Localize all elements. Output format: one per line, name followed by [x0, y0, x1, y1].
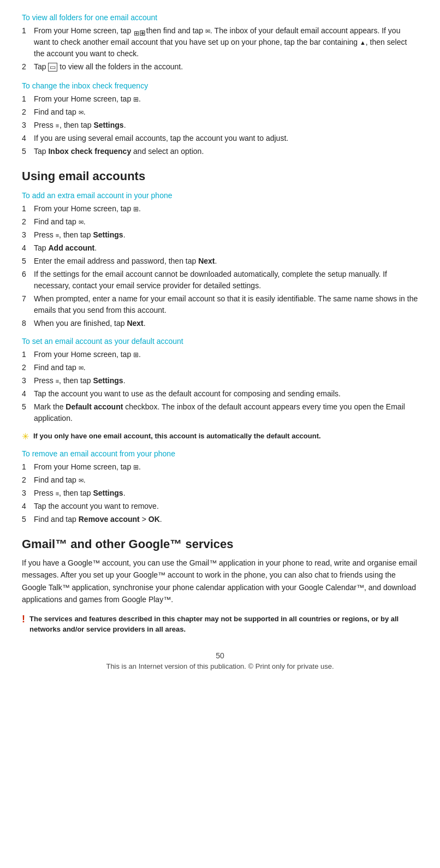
default-account-steps: 1 From your Home screen, tap ⊞. 2 Find a… — [22, 349, 418, 424]
envelope-icon: ✉ — [79, 109, 84, 116]
section-remove-account: To remove an email account from your pho… — [22, 449, 418, 525]
step-num: 2 — [22, 61, 34, 73]
list-item: 1 From your Home screen, tap ⊞. — [22, 93, 418, 105]
list-item: 1 From your Home screen, tap ⊞, then fin… — [22, 25, 418, 60]
note-text: The services and features described in t… — [29, 614, 418, 635]
step-num: 1 — [22, 25, 34, 37]
inbox-check-freq-label: Inbox check frequency — [48, 147, 131, 156]
step-num: 2 — [22, 474, 34, 486]
section-remove-account-heading: To remove an email account from your pho… — [22, 449, 418, 458]
step-content: If you are using several email accounts,… — [34, 133, 418, 144]
step-num: 8 — [22, 318, 34, 329]
list-item: 2 Find and tap ✉. — [22, 216, 418, 228]
step-num: 3 — [22, 229, 34, 241]
grid-icon: ⊞ — [133, 96, 139, 103]
step-content: Find and tap Remove account > OK. — [34, 514, 418, 525]
envelope-icon: ✉ — [205, 28, 210, 34]
grid-icon: ⊞ — [133, 463, 139, 471]
list-item: 3 Press ≡, then tap Settings. — [22, 487, 418, 499]
envelope-icon: ✉ — [79, 365, 84, 371]
tip-text: If you only have one email account, this… — [33, 431, 321, 442]
list-item: 1 From your Home screen, tap ⊞. — [22, 461, 418, 473]
folder-icon: ▭ — [48, 63, 57, 72]
section-view-folders-heading: To view all folders for one email accoun… — [22, 13, 418, 22]
page-footer: 50 This is an Internet version of this p… — [22, 651, 418, 670]
step-num: 2 — [22, 362, 34, 373]
step-num: 3 — [22, 375, 34, 387]
list-item: 1 From your Home screen, tap ⊞. — [22, 203, 418, 215]
step-content: Tap the account you want to remove. — [34, 501, 418, 512]
step-content: Tap Add account. — [34, 242, 418, 254]
step-content: Tap the account you want to use as the d… — [34, 388, 418, 400]
step-content: Find and tap ✉. — [34, 106, 418, 118]
step-num: 3 — [22, 120, 34, 131]
list-item: 5 Mark the Default account checkbox. The… — [22, 401, 418, 424]
step-num: 1 — [22, 203, 34, 215]
step-content: Press ≡, then tap Settings. — [34, 375, 418, 387]
step-num: 4 — [22, 388, 34, 400]
grid-icon: ⊞ — [133, 205, 139, 213]
step-content: From your Home screen, tap ⊞. — [34, 93, 418, 105]
menu-icon: ≡ — [56, 378, 59, 384]
add-account-steps: 1 From your Home screen, tap ⊞. 2 Find a… — [22, 203, 418, 329]
step-content: Tap ▭ to view all the folders in the acc… — [34, 61, 418, 73]
list-item: 5 Tap Inbox check frequency and select a… — [22, 146, 418, 157]
step-content: If the settings for the email account ca… — [34, 269, 418, 292]
step-content: Find and tap ✉. — [34, 474, 418, 486]
step-content: Find and tap ✉. — [34, 216, 418, 228]
step-content: When you are finished, tap Next. — [34, 318, 418, 329]
step-num: 7 — [22, 293, 34, 305]
triangle-icon: ▲ — [360, 39, 366, 46]
list-item: 8 When you are finished, tap Next. — [22, 318, 418, 329]
view-folders-steps: 1 From your Home screen, tap ⊞, then fin… — [22, 25, 418, 73]
step-num: 2 — [22, 216, 34, 228]
gmail-body: If you have a Google™ account, you can u… — [22, 557, 418, 606]
tip-box: ✳ If you only have one email account, th… — [22, 431, 418, 442]
section-add-account: To add an extra email account in your ph… — [22, 191, 418, 329]
section-default-account-heading: To set an email account as your default … — [22, 337, 418, 346]
settings-label: Settings — [93, 230, 123, 239]
step-content: Mark the Default account checkbox. The i… — [34, 401, 418, 424]
grid-icon: ⊞ — [134, 27, 141, 35]
inbox-frequency-steps: 1 From your Home screen, tap ⊞. 2 Find a… — [22, 93, 418, 157]
section-view-folders: To view all folders for one email accoun… — [22, 13, 418, 73]
next-label2: Next — [127, 319, 143, 328]
step-num: 3 — [22, 487, 34, 499]
step-num: 6 — [22, 269, 34, 280]
step-content: Find and tap ✉. — [34, 362, 418, 373]
step-content: Tap Inbox check frequency and select an … — [34, 146, 418, 157]
grid-icon: ⊞ — [133, 351, 139, 359]
step-num: 2 — [22, 106, 34, 118]
step-num: 5 — [22, 255, 34, 267]
note-icon: ! — [22, 614, 25, 625]
ok-label: OK — [148, 515, 160, 524]
list-item: 3 Press ≡, then tap Settings. — [22, 375, 418, 387]
step-content: Press ≡, then tap Settings. — [34, 229, 418, 241]
menu-icon: ≡ — [56, 232, 59, 239]
list-item: 4 Tap Add account. — [22, 242, 418, 254]
page-number: 50 — [22, 651, 418, 660]
section-add-account-heading: To add an extra email account in your ph… — [22, 191, 418, 200]
step-num: 5 — [22, 401, 34, 413]
list-item: 6 If the settings for the email account … — [22, 269, 418, 292]
step-content: From your Home screen, tap ⊞, then find … — [34, 25, 418, 60]
menu-icon: ≡ — [56, 490, 59, 497]
step-num: 4 — [22, 133, 34, 144]
section-inbox-frequency: To change the inbox check frequency 1 Fr… — [22, 81, 418, 157]
list-item: 5 Enter the email address and password, … — [22, 255, 418, 267]
step-content: From your Home screen, tap ⊞. — [34, 349, 418, 360]
list-item: 3 Press ≡, then tap Settings. — [22, 229, 418, 241]
step-num: 4 — [22, 501, 34, 512]
list-item: 1 From your Home screen, tap ⊞. — [22, 349, 418, 360]
gmail-heading: Gmail™ and other Google™ services — [22, 537, 418, 551]
step-num: 1 — [22, 461, 34, 473]
list-item: 4 If you are using several email account… — [22, 133, 418, 144]
section-gmail: Gmail™ and other Google™ services If you… — [22, 537, 418, 635]
copyright-text: This is an Internet version of this publ… — [22, 662, 418, 670]
list-item: 4 Tap the account you want to remove. — [22, 501, 418, 512]
envelope-icon: ✉ — [79, 477, 84, 484]
note-box: ! The services and features described in… — [22, 614, 418, 635]
step-content: Press ≡, then tap Settings. — [34, 487, 418, 499]
settings-label: Settings — [93, 376, 123, 385]
default-account-label: Default account — [66, 402, 123, 411]
